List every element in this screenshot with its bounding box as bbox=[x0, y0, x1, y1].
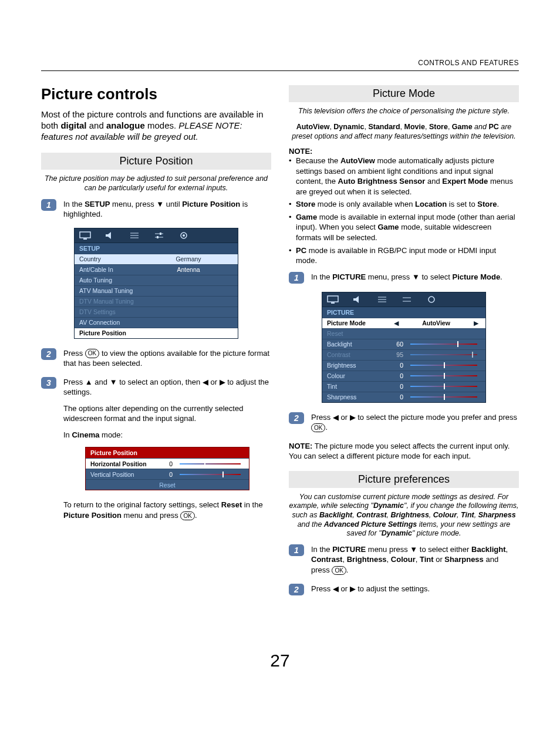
osd-tab-row bbox=[322, 292, 485, 307]
step-body: In the SETUP menu, press ▼ until Picture… bbox=[63, 199, 271, 220]
text: to adjust the settings. bbox=[356, 584, 430, 593]
right-arrow-icon: ▶ bbox=[220, 377, 225, 388]
osd-row-avconn: AV Connection bbox=[75, 317, 238, 328]
osd-row-reset: Reset bbox=[322, 328, 485, 339]
slider bbox=[410, 354, 477, 355]
speaker-icon bbox=[350, 295, 365, 304]
pp-row-horizontal: Horizontal Position 0 bbox=[86, 458, 249, 469]
osd-row-dtv-manual: DTV Manual Tuning bbox=[75, 296, 238, 307]
step-body: In the PICTURE menu press ▼ to select ei… bbox=[311, 544, 519, 575]
text: or bbox=[339, 584, 350, 593]
slider-knob bbox=[457, 341, 458, 347]
picture-mode-blurb: This television offers the choice of per… bbox=[289, 107, 519, 116]
pp-osd-head: Picture Position bbox=[86, 447, 249, 458]
header-section-label: CONTROLS AND FEATURES bbox=[41, 59, 519, 67]
label: Auto Tuning bbox=[79, 277, 144, 284]
mode-step-2: 2 Press ◀ or ▶ to select the picture mod… bbox=[289, 412, 519, 433]
label: DTV Settings bbox=[79, 308, 144, 315]
slider bbox=[180, 474, 241, 475]
intro-paragraph: Most of the picture controls and functio… bbox=[41, 109, 271, 142]
bullet-pc: PC mode is available in RGB/PC input mod… bbox=[289, 245, 519, 266]
bullet-autoview: Because the AutoView mode automatically … bbox=[289, 156, 519, 197]
slider bbox=[180, 463, 241, 464]
picture-position-osd: Picture Position Horizontal Position 0 V… bbox=[85, 447, 249, 490]
text: To return to the original factory settin… bbox=[63, 500, 221, 509]
text: and bbox=[473, 123, 489, 131]
text: The picture mode you select affects the … bbox=[289, 442, 510, 461]
note-label: NOTE: bbox=[289, 147, 519, 156]
slider-knob bbox=[444, 394, 445, 400]
svg-marker-2 bbox=[106, 232, 111, 239]
slider-knob bbox=[204, 461, 205, 467]
section-picture-position-head: Picture Position bbox=[41, 153, 271, 170]
slider bbox=[410, 386, 477, 387]
value: 0 bbox=[161, 460, 176, 468]
left-arrow-icon: ◀ bbox=[333, 584, 339, 594]
text: Colour bbox=[391, 555, 416, 564]
osd-row-dtv-settings: DTV Settings bbox=[75, 307, 238, 317]
osd-row-country: CountryGermany bbox=[75, 254, 238, 264]
down-arrow-icon: ▼ bbox=[110, 377, 117, 388]
step-number-badge: 1 bbox=[41, 199, 56, 211]
mode-step-1: 1 In the PICTURE menu, press ▼ to select… bbox=[289, 272, 519, 284]
svg-rect-13 bbox=[331, 302, 335, 304]
text: In the bbox=[63, 200, 85, 208]
text: menu press bbox=[366, 545, 410, 554]
label: Brightness bbox=[327, 362, 392, 369]
value: 0 bbox=[392, 393, 407, 400]
down-arrow-icon: ▼ bbox=[156, 199, 164, 210]
text: Backlight bbox=[471, 545, 506, 554]
step-3: 3 Press ▲ and ▼ to select an option, the… bbox=[41, 377, 271, 527]
text: Movie bbox=[404, 123, 425, 131]
text: menu and press bbox=[122, 511, 180, 520]
picture-prefs-blurb: You can customise current picture mode s… bbox=[289, 493, 519, 538]
value: Antenna bbox=[144, 266, 233, 273]
step-body: Press ◀ or ▶ to adjust the settings. bbox=[311, 584, 519, 594]
two-column-layout: Picture controls Most of the picture con… bbox=[41, 85, 519, 604]
osd-row-atv: ATV Manual Tuning bbox=[75, 285, 238, 296]
gear-icon bbox=[177, 231, 191, 240]
text: Tint bbox=[420, 555, 434, 564]
label: Horizontal Position bbox=[90, 460, 161, 468]
text: Store bbox=[429, 123, 448, 131]
section-picture-prefs-head: Picture preferences bbox=[289, 471, 519, 488]
text: Game bbox=[452, 123, 473, 131]
down-arrow-icon: ▼ bbox=[410, 544, 417, 555]
osd-row-antcable: Ant/Cable InAntenna bbox=[75, 264, 238, 275]
slider-knob bbox=[444, 383, 445, 389]
text: in the bbox=[242, 500, 262, 509]
value: 95 bbox=[392, 351, 407, 358]
label: Colour bbox=[327, 372, 392, 379]
pp-row-reset: Reset bbox=[86, 479, 249, 490]
value: 0 bbox=[161, 470, 176, 479]
label: Vertical Position bbox=[90, 470, 161, 479]
ok-button-icon: OK bbox=[180, 511, 194, 521]
setup-osd-menu: SETUP CountryGermany Ant/Cable InAntenna… bbox=[74, 228, 238, 339]
slider bbox=[410, 396, 477, 398]
picture-osd-menu: PICTURE Picture Mode ◀ AutoView ▶ Reset … bbox=[322, 292, 486, 403]
text: Cinema bbox=[72, 430, 99, 439]
label: Contrast bbox=[327, 351, 392, 358]
value: Germany bbox=[144, 255, 233, 262]
label: Backlight bbox=[327, 341, 392, 348]
svg-rect-9 bbox=[157, 236, 158, 238]
right-arrow-icon: ▶ bbox=[350, 412, 356, 423]
label: DTV Manual Tuning bbox=[79, 298, 144, 305]
text: or bbox=[208, 378, 220, 386]
text: to select an option, then bbox=[117, 378, 203, 386]
ok-button-icon: OK bbox=[311, 423, 325, 433]
text: AutoView bbox=[296, 123, 330, 131]
value: AutoView bbox=[401, 319, 471, 326]
value: 0 bbox=[392, 372, 407, 379]
text: Brightness bbox=[347, 555, 387, 564]
text: menu, press bbox=[366, 272, 412, 281]
picture-position-blurb: The picture position may be adjusted to … bbox=[41, 174, 271, 193]
label: Picture Mode bbox=[327, 319, 392, 326]
osd-row-sharpness: Sharpness0 bbox=[322, 392, 485, 402]
label: Country bbox=[79, 255, 144, 262]
text: to select either bbox=[417, 545, 471, 554]
text: Sharpness bbox=[444, 555, 483, 564]
text: digital bbox=[60, 120, 86, 130]
text: and bbox=[93, 378, 110, 386]
left-arrow-icon: ◀ bbox=[203, 377, 208, 388]
